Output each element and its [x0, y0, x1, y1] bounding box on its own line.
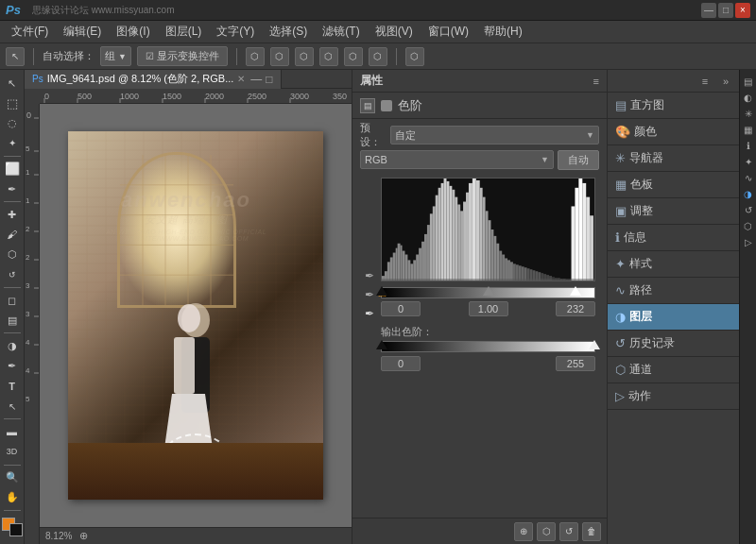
psel-actions[interactable]: ▷ [741, 234, 756, 249]
tab-expand[interactable]: □ [266, 73, 272, 86]
panel-paths[interactable]: ∿ 路径 [608, 278, 739, 304]
tab-minimize[interactable]: — [250, 73, 262, 86]
levels-eyeball-icon[interactable] [381, 100, 392, 111]
psel-swatches[interactable]: ▦ [741, 122, 756, 137]
psel-color[interactable]: ◐ [741, 90, 756, 105]
menu-file[interactable]: 文件(F) [4, 22, 56, 42]
tab-close-button[interactable]: ✕ [237, 74, 245, 84]
clip-adjustment-icon[interactable]: ⬡ [537, 522, 556, 541]
tool-eraser[interactable]: ◻ [2, 291, 23, 310]
tool-3d[interactable]: 3D [2, 442, 23, 461]
black-point-thumb[interactable] [376, 286, 387, 296]
psel-channels[interactable]: ⬡ [741, 218, 756, 233]
panel-adjustments[interactable]: ▣ 调整 [608, 198, 739, 225]
tool-path-select[interactable]: ↖ [2, 397, 23, 416]
panel-layers[interactable]: ◑ 图层 [608, 304, 739, 331]
menu-help[interactable]: 帮助(H) [476, 22, 530, 42]
menu-text[interactable]: 文字(Y) [209, 22, 262, 42]
tool-crop[interactable]: ⬜ [2, 160, 23, 178]
color-swatch[interactable] [2, 518, 23, 536]
panel-swatches[interactable]: ▦ 色板 [608, 172, 739, 198]
tool-history-brush[interactable]: ↺ [2, 265, 23, 284]
gray-eyedropper[interactable]: ✒ [362, 287, 377, 302]
show-transform-checkbox[interactable]: ☑ 显示变换控件 [137, 46, 228, 66]
mid-input-value[interactable] [469, 301, 508, 316]
align-mid-icon[interactable]: ⬡ [344, 47, 363, 66]
psel-navigator[interactable]: ✳ [741, 106, 756, 121]
output-white-thumb[interactable] [589, 340, 600, 349]
adjustments-label: 调整 [630, 203, 731, 219]
auto-select-dropdown[interactable]: 组 ▼ [100, 46, 131, 66]
black-eyedropper[interactable]: ✒ [362, 268, 377, 283]
tool-gradient[interactable]: ▤ [2, 311, 23, 330]
panel-channels[interactable]: ⬡ 通道 [608, 357, 739, 383]
align-top-icon[interactable]: ⬡ [319, 47, 338, 66]
tool-zoom[interactable]: 🔍 [2, 468, 23, 486]
input-level-slider[interactable]: ⚠ [381, 287, 595, 298]
properties-expand-icon[interactable]: ≡ [593, 76, 599, 87]
midpoint-thumb[interactable] [483, 286, 494, 296]
maximize-button[interactable]: □ [718, 3, 733, 18]
output-white-value[interactable] [556, 356, 595, 371]
white-point-thumb[interactable] [570, 286, 581, 296]
align-left-icon[interactable]: ⬡ [246, 47, 265, 66]
tool-text[interactable]: T [2, 377, 23, 396]
tool-shape[interactable]: ▬ [2, 422, 23, 441]
output-black-thumb[interactable] [376, 340, 387, 349]
panel-options-icon[interactable]: ≡ [696, 72, 714, 91]
align-right-icon[interactable]: ⬡ [295, 47, 314, 66]
tool-dodge[interactable]: ◑ [2, 336, 23, 355]
psel-paths[interactable]: ∿ [741, 170, 756, 185]
tool-brush[interactable]: 🖌 [2, 225, 23, 244]
add-adjustment-icon[interactable]: ⊕ [514, 522, 533, 541]
background-color[interactable] [9, 523, 23, 536]
tool-lasso[interactable]: ◌ [2, 113, 23, 132]
psel-history[interactable]: ↺ [741, 202, 756, 217]
tool-hand[interactable]: ✋ [2, 488, 23, 507]
tool-select-rect[interactable]: ⬚ [2, 94, 23, 112]
white-input-value[interactable] [556, 301, 595, 316]
distribute-icon[interactable]: ⬡ [405, 47, 424, 66]
white-eyedropper[interactable]: ✒ [362, 306, 377, 321]
align-bottom-icon[interactable]: ⬡ [369, 47, 387, 66]
tool-eyedropper[interactable]: ✒ [2, 179, 23, 198]
tool-magic-wand[interactable]: ✦ [2, 134, 23, 153]
minimize-button[interactable]: — [701, 3, 716, 18]
menu-image[interactable]: 图像(I) [109, 22, 157, 42]
output-level-slider[interactable] [381, 341, 595, 352]
panel-history[interactable]: ↺ 历史记录 [608, 331, 739, 357]
menu-window[interactable]: 窗口(W) [421, 22, 476, 42]
panel-navigator[interactable]: ✳ 导航器 [608, 145, 739, 172]
psel-styles[interactable]: ✦ [741, 154, 756, 169]
output-black-value[interactable] [381, 356, 421, 371]
canvas-viewport[interactable]: anwenchao 安文超 高端修图 AN WENCHAO HIGH-END G… [40, 104, 352, 527]
canvas-tab-main[interactable]: Ps IMG_9641.psd @ 8.12% (色阶 2, RGB... ✕ … [25, 70, 282, 89]
delete-adjustment-icon[interactable]: 🗑 [582, 522, 601, 541]
menu-view[interactable]: 视图(V) [368, 22, 421, 42]
preset-select[interactable]: 自定 ▼ [390, 126, 599, 144]
tool-pen[interactable]: ✒ [2, 357, 23, 376]
panel-histogram[interactable]: ▤ 直方图 [608, 93, 739, 119]
close-button[interactable]: × [735, 3, 750, 18]
channel-select[interactable]: RGB ▼ [360, 150, 554, 169]
tool-stamp[interactable]: ⬡ [2, 246, 23, 264]
panel-actions[interactable]: ▷ 动作 [608, 383, 739, 410]
black-input-value[interactable] [381, 301, 421, 316]
tool-heal[interactable]: ✚ [2, 205, 23, 224]
move-tool-option[interactable]: ↖ [6, 47, 25, 66]
panel-info[interactable]: ℹ 信息 [608, 225, 739, 251]
panel-collapse-icon[interactable]: » [716, 72, 735, 91]
menu-edit[interactable]: 编辑(E) [56, 22, 109, 42]
menu-filter[interactable]: 滤镜(T) [315, 22, 367, 42]
menu-layer[interactable]: 图层(L) [158, 22, 210, 42]
auto-button[interactable]: 自动 [558, 150, 599, 170]
menu-select[interactable]: 选择(S) [262, 22, 315, 42]
reset-adjustment-icon[interactable]: ↺ [559, 522, 578, 541]
psel-info[interactable]: ℹ [741, 138, 756, 153]
panel-styles[interactable]: ✦ 样式 [608, 251, 739, 278]
tool-move[interactable]: ↖ [2, 74, 23, 93]
psel-histogram[interactable]: ▤ [741, 74, 756, 89]
panel-color[interactable]: 🎨 颜色 [608, 119, 739, 145]
psel-layers[interactable]: ◑ [741, 186, 756, 201]
align-center-icon[interactable]: ⬡ [270, 47, 289, 66]
